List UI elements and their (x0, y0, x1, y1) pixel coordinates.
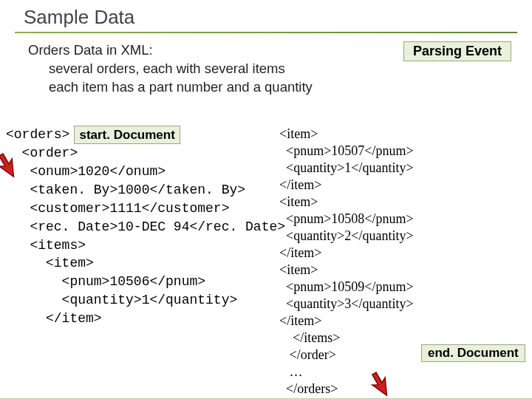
desc-line2: several orders, each with several items (49, 60, 313, 78)
xml-code-left-column: <orders>start. Document <order> <onum>10… (6, 126, 285, 328)
description-block: Orders Data in XML: several orders, each… (28, 41, 313, 97)
slide-title: Sample Data (24, 6, 134, 29)
svg-marker-1 (368, 370, 393, 399)
desc-line3: each item has a part number and a quanti… (49, 78, 313, 97)
title-underline (15, 32, 517, 33)
xml-code-right-column: <item> <pnum>10507</pnum> <quantity>1</q… (279, 126, 414, 398)
orders-open-tag: <orders> (6, 127, 69, 142)
parsing-event-badge: Parsing Event (403, 41, 511, 61)
svg-marker-0 (0, 151, 20, 180)
desc-line1: Orders Data in XML: (28, 41, 313, 60)
end-document-badge: end. Document (421, 344, 525, 362)
slide: Sample Data Orders Data in XML: several … (0, 0, 532, 399)
start-document-badge: start. Document (74, 126, 180, 144)
